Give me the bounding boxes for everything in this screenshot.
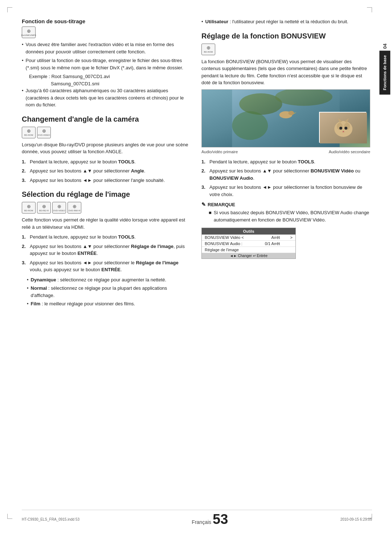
bd-rom-label-bonusview: BD-ROM: [204, 51, 213, 53]
menu-row-2: BONUSVIEW Audio : 0/1 Arrêt: [202, 241, 295, 247]
section-heading-reglage: Sélection du réglage de l'image: [22, 190, 191, 199]
sous-titrage-bullet2: Pour utiliser la fonction de sous-titrag…: [22, 57, 191, 71]
dvd-video-badge-reglage: ⊕ DVD-VIDEO: [52, 202, 66, 213]
bd-rom-icon: ⊕: [27, 128, 31, 134]
footer-filename: HT-C9930_ELS_FRA_0915.indd 53: [22, 517, 79, 521]
bd-rom-label-angle: BD-ROM: [24, 134, 33, 137]
page-number-area: Français 53: [192, 512, 228, 526]
bonusview-image-labels: Audio/vidéo primaire Audio/vidéo seconda…: [201, 150, 370, 154]
reglage-sub-bullets: Dynamique : sélectionnez ce réglage pour…: [27, 276, 191, 308]
bonusview-intro: La fonction BONUSVIEW (BONUSVIEW) vous p…: [201, 58, 370, 86]
menu-row1-col2: Arrêt: [255, 235, 280, 240]
divx-mkv-badge: ⊕ DivX/MKV/MP4: [22, 27, 36, 38]
bonusview-step2: Appuyez sur les boutons ▲▼ pour sélectio…: [201, 167, 370, 182]
bonusview-image: [201, 89, 370, 147]
section-heading-angle: Changement d'angle de la caméra: [22, 114, 191, 124]
svg-point-3: [232, 111, 268, 140]
left-column: Fonction de sous-titrage ⊕ DivX/MKV/MP4 …: [22, 18, 191, 313]
angle-step3: Appuyez sur les boutons ◄► pour sélectio…: [22, 177, 191, 184]
bd-rom-icon3: ⊕: [207, 45, 211, 50]
note-label: REMARQUE: [208, 202, 235, 207]
dvd-video-label-angle: DVD-VIDEO: [38, 134, 50, 137]
chapter-side-tab: 04 Fonctions de base: [377, 44, 392, 95]
secondary-scene-svg: [320, 113, 367, 143]
menu-row3-col1: Réglage de l'image: [205, 248, 255, 252]
reglage-steps: Pendant la lecture, appuyez sur le bouto…: [22, 233, 191, 273]
footer-datetime: 2010-09-15 6:29:05: [340, 517, 372, 521]
note-text: Si vous basculez depuis BONUSVIEW Vidéo,…: [214, 209, 370, 223]
section-bonusview: Réglage de la fonction BONUSVIEW ⊕ BD-RO…: [201, 31, 370, 259]
reglage-step1: Pendant la lecture, appuyez sur le bouto…: [22, 233, 191, 241]
bd-rom-icon2: ⊕: [27, 204, 31, 209]
reglage-dynamique: Dynamique : sélectionnez ce réglage pour…: [27, 276, 191, 284]
menu-table-header: Outils: [202, 228, 295, 235]
page-lang: Français: [192, 519, 211, 525]
chapter-title: Fonctions de base: [379, 51, 390, 95]
bd-re-icon: ⊕: [42, 204, 46, 209]
bonusview-steps: Pendant la lecture, appuyez sur le bouto…: [201, 158, 370, 198]
menu-row1-col1: BONUSVIEW Vidéo <: [205, 235, 255, 240]
corner-mark-tr: [367, 7, 372, 12]
icon-badges-sous-titrage: ⊕ DivX/MKV/MP4: [22, 27, 191, 38]
menu-row2-col1: BONUSVIEW Audio :: [205, 241, 255, 246]
section-angle: Changement d'angle de la caméra ⊕ BD-ROM…: [22, 114, 191, 184]
icon-badges-bonusview: ⊕ BD-ROM: [201, 44, 370, 55]
svg-point-14: [344, 127, 347, 130]
page-container: 04 Fonctions de base Fonction de sous-ti…: [0, 0, 392, 537]
icon-badges-reglage: ⊕ BD-ROM ⊕ BD-RE/-R ⊕ DVD-VIDEO ⊕ DVD-RW…: [22, 202, 191, 213]
section-reglage-image: Sélection du réglage de l'image ⊕ BD-ROM…: [22, 190, 191, 308]
chapter-number: 04: [382, 44, 388, 49]
bd-rom-badge-bonusview: ⊕ BD-ROM: [201, 44, 215, 55]
primary-label: Audio/vidéo primaire: [201, 150, 238, 154]
reglage-step2: Appuyez sur les boutons ▲▼ pour sélectio…: [22, 243, 191, 257]
page-footer: HT-C9930_ELS_FRA_0915.indd 53 Français 5…: [22, 510, 372, 526]
menu-row1-col3: >: [280, 235, 293, 240]
dvd-icon: ⊕: [42, 128, 46, 134]
angle-intro: Lorsqu'un disque Blu-ray/DVD propose plu…: [22, 141, 191, 155]
secondary-label: Audio/vidéo secondaire: [329, 150, 370, 154]
bonusview-note: ✎ REMARQUE ■ Si vous basculez depuis BON…: [201, 202, 370, 223]
menu-row-1: BONUSVIEW Vidéo < Arrêt >: [202, 235, 295, 241]
bonusview-step1: Pendant la lecture, appuyez sur le bouto…: [201, 158, 370, 166]
sous-titrage-bullet1: Vous devez être familier avec l'extracti…: [22, 41, 191, 55]
sous-titrage-bullet3: Jusqu'à 60 caractères alphanumériques ou…: [22, 87, 191, 109]
svg-point-8: [334, 121, 352, 137]
menu-table-footer: ◄► Changer ↵ Entrée: [202, 253, 295, 259]
bd-rom-badge-reglage: ⊕ BD-ROM: [22, 202, 36, 213]
note-text-item: ■ Si vous basculez depuis BONUSVIEW Vidé…: [209, 209, 370, 223]
angle-step2: Appuyez sur les boutons ▲▼ pour sélectio…: [22, 167, 191, 175]
reglage-step3: Appuyez sur les boutons ◄► pour sélectio…: [22, 259, 191, 273]
bonusview-menu-table: Outils BONUSVIEW Vidéo < Arrêt > BONUSVI…: [201, 228, 296, 259]
example-line1: Exemple : Root Samsung_007CD1.avi: [29, 73, 191, 80]
icon-badges-angle: ⊕ BD-ROM ⊕ DVD-VIDEO: [22, 127, 191, 138]
note-heading: ✎ REMARQUE: [201, 202, 370, 207]
divx-icon-label: DivX/MKV/MP4: [21, 34, 36, 37]
reglage-film: Film : le meilleur réglage pour visionne…: [27, 300, 191, 308]
bonusview-step3: Appuyez sur les boutons ◄► pour sélectio…: [201, 184, 370, 198]
reglage-intro: Cette fonction vous permet de régler la …: [22, 216, 191, 231]
section-heading-sous-titrage: Fonction de sous-titrage: [22, 18, 191, 24]
reglage-normal: Normal : sélectionnez ce réglage pour la…: [27, 285, 191, 299]
right-column: Utilisateur : l'utilisateur peut régler …: [201, 18, 370, 313]
content-area: Fonction de sous-titrage ⊕ DivX/MKV/MP4 …: [22, 18, 370, 313]
example-line2: Samsung_007CD1.smi: [51, 80, 191, 88]
corner-mark-tl: [7, 7, 12, 12]
section-sous-titrage: Fonction de sous-titrage ⊕ DivX/MKV/MP4 …: [22, 18, 191, 109]
dvd-video-badge-angle: ⊕ DVD-VIDEO: [37, 127, 51, 138]
utilisateur-bullet: Utilisateur : l'utilisateur peut régler …: [201, 18, 370, 25]
menu-row-3: Réglage de l'image: [202, 247, 295, 253]
dvd-rw-icon: ⊕: [73, 204, 77, 209]
svg-point-5: [288, 111, 294, 115]
utilisateur-bullet-section: Utilisateur : l'utilisateur peut régler …: [201, 18, 370, 25]
note-content: ■ Si vous basculez depuis BONUSVIEW Vidé…: [209, 209, 370, 223]
bonusview-secondary-area: [319, 112, 366, 143]
angle-steps: Pendant la lecture, appuyez sur le bouto…: [22, 158, 191, 184]
divx-icon-symbol: ⊕: [27, 28, 31, 34]
dvd-video-icon2: ⊕: [57, 204, 61, 209]
note-icon: ✎: [201, 202, 206, 207]
menu-row2-col2: 0/1 Arrêt: [255, 241, 280, 246]
page-number: 53: [213, 512, 228, 526]
bd-rom-badge-angle: ⊕ BD-ROM: [22, 127, 36, 138]
section-heading-bonusview: Réglage de la fonction BONUSVIEW: [201, 31, 370, 41]
svg-point-13: [339, 127, 342, 130]
